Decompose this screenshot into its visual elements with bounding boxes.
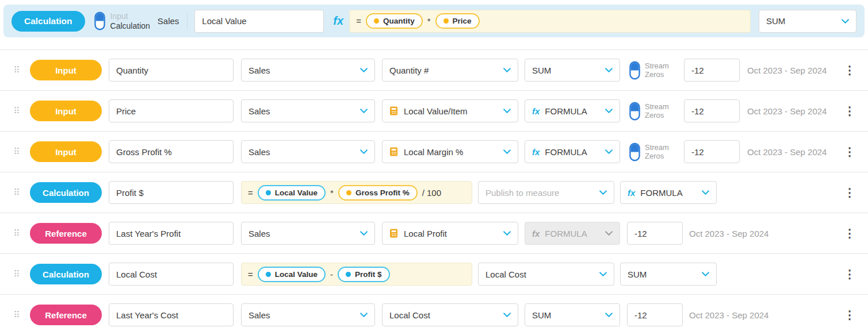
- module-select[interactable]: Sales: [241, 303, 375, 326]
- formula-token-pill[interactable]: Local Value: [258, 185, 326, 201]
- row-menu-button[interactable]: ⋮: [843, 62, 856, 78]
- row-menu-button[interactable]: ⋮: [843, 184, 856, 201]
- measure-select[interactable]: Quantity #: [382, 59, 518, 82]
- fx-icon: fx: [333, 14, 343, 28]
- module-select[interactable]: Sales: [241, 140, 375, 163]
- measure-row: ⠿ Input Sales Local Value/Item fx FORMUL…: [0, 91, 868, 132]
- row-menu-button[interactable]: ⋮: [843, 225, 856, 241]
- bullet-icon: [266, 272, 271, 277]
- formula-token-label: Gross Profit %: [355, 188, 410, 197]
- calculator-icon: [389, 229, 399, 238]
- row-menu-button[interactable]: ⋮: [843, 144, 856, 160]
- aggregation-value: FORMULA: [640, 188, 697, 198]
- measure-rows: ⠿ Input Sales Quantity # SUM Stream Zero…: [0, 49, 868, 335]
- formula-token-pill[interactable]: Quantity: [366, 13, 423, 29]
- row-type-label: Input: [55, 66, 77, 75]
- formula-token-label: Price: [453, 17, 472, 25]
- drag-handle[interactable]: ⠿: [13, 269, 21, 279]
- measure-select[interactable]: Local Margin %: [382, 140, 518, 163]
- input-calculation-toggle[interactable]: Input Calculation: [94, 11, 150, 31]
- measure-select[interactable]: Local Cost: [382, 303, 518, 326]
- calculation-type-pill: Calculation: [12, 11, 85, 32]
- name-input[interactable]: [194, 10, 324, 33]
- chevron-down-icon: [503, 313, 511, 317]
- row-type-label: Input: [55, 147, 77, 157]
- drag-handle[interactable]: ⠿: [13, 106, 21, 116]
- aggregation-select[interactable]: SUM: [620, 263, 717, 286]
- formula-token-pill[interactable]: Gross Profit %: [338, 185, 418, 201]
- publish-select[interactable]: Local Cost: [478, 263, 614, 286]
- measure-select[interactable]: Local Profit: [382, 222, 518, 245]
- measure-value: Quantity #: [389, 66, 499, 75]
- chevron-down-icon: [360, 313, 368, 317]
- measure-name-input[interactable]: [109, 263, 234, 286]
- chevron-down-icon: [702, 272, 709, 276]
- row-menu-button[interactable]: ⋮: [843, 103, 856, 119]
- toggle-labels: Input Calculation: [110, 11, 150, 31]
- row-type-badge: Calculation: [30, 264, 102, 284]
- drag-handle[interactable]: ⠿: [13, 310, 21, 320]
- module-select[interactable]: Sales: [241, 99, 375, 122]
- toggle-icon: [629, 143, 640, 161]
- offset-input[interactable]: [684, 59, 740, 82]
- offset-input[interactable]: [684, 140, 740, 163]
- formula-field[interactable]: = Quantity * Price: [349, 10, 751, 33]
- aggregation-select[interactable]: fx FORMULA: [620, 181, 717, 204]
- measure-row: ⠿ Input Sales Local Margin % fx FORMULA …: [0, 132, 868, 172]
- row-type-badge: Input: [30, 101, 102, 121]
- stream-zeros-label: Stream Zeros: [645, 143, 675, 161]
- measure-name-input[interactable]: [109, 140, 234, 163]
- module-select[interactable]: Sales: [241, 222, 375, 245]
- aggregation-select[interactable]: fx FORMULA: [525, 99, 620, 122]
- module-value: Sales: [248, 106, 355, 116]
- measure-select[interactable]: Local Value/Item: [382, 99, 518, 122]
- stream-zeros-toggle[interactable]: Stream Zeros: [629, 143, 675, 161]
- chevron-down-icon: [360, 149, 368, 154]
- aggregation-select[interactable]: SUM: [525, 303, 620, 326]
- offset-input[interactable]: [627, 303, 683, 326]
- row-type-badge: Reference: [30, 223, 102, 244]
- module-value: Sales: [248, 229, 355, 238]
- aggregation-value: SUM: [766, 16, 837, 26]
- formula-field[interactable]: = Local Value * Gross Profit % / 100: [241, 181, 472, 204]
- date-range-label: Oct 2023 - Sep 2024: [747, 106, 827, 116]
- row-type-badge: Input: [30, 141, 102, 162]
- date-range-label: Oct 2023 - Sep 2024: [747, 66, 827, 75]
- drag-handle[interactable]: ⠿: [13, 147, 21, 157]
- formula-field[interactable]: = Local Value - Profit $: [241, 263, 472, 286]
- aggregation-select[interactable]: SUM: [759, 10, 856, 33]
- row-type-label: Reference: [45, 229, 87, 238]
- publish-select[interactable]: Publish to measure: [478, 181, 614, 204]
- module-select[interactable]: Sales: [241, 59, 375, 82]
- aggregation-select[interactable]: fx FORMULA: [525, 140, 620, 163]
- aggregation-select[interactable]: SUM: [525, 59, 620, 82]
- stream-zeros-toggle[interactable]: Stream Zeros: [629, 61, 675, 80]
- measure-name-input[interactable]: [109, 181, 234, 204]
- row-menu-button[interactable]: ⋮: [843, 266, 856, 282]
- formula-token-pill[interactable]: Profit $: [338, 267, 390, 282]
- toggle-icon: [629, 61, 640, 80]
- date-range-label: Oct 2023 - Sep 2024: [689, 310, 768, 320]
- offset-input[interactable]: [684, 99, 740, 122]
- calculator-icon: [389, 106, 399, 115]
- measure-name-input[interactable]: [109, 303, 234, 326]
- toggle-icon: [629, 102, 640, 121]
- module-value: Sales: [248, 310, 355, 320]
- drag-handle[interactable]: ⠿: [13, 228, 21, 238]
- measure-row: ⠿ Reference Sales Local Profit fx FORMUL…: [0, 213, 868, 254]
- measure-value: Local Margin %: [404, 147, 499, 157]
- row-menu-button[interactable]: ⋮: [843, 307, 856, 323]
- offset-input[interactable]: [627, 222, 683, 245]
- drag-handle[interactable]: ⠿: [13, 65, 21, 75]
- chevron-down-icon: [360, 68, 368, 72]
- stream-zeros-toggle[interactable]: Stream Zeros: [629, 102, 675, 121]
- measure-name-input[interactable]: [109, 59, 234, 82]
- measure-name-input[interactable]: [109, 99, 234, 122]
- drag-handle[interactable]: ⠿: [13, 187, 21, 198]
- formula-token-pill[interactable]: Price: [435, 13, 480, 29]
- publish-placeholder: Publish to measure: [485, 188, 595, 198]
- formula-token-pill[interactable]: Local Value: [258, 267, 326, 282]
- aggregation-select: fx FORMULA: [525, 222, 620, 245]
- module-value: Sales: [248, 66, 355, 75]
- measure-name-input[interactable]: [109, 222, 234, 245]
